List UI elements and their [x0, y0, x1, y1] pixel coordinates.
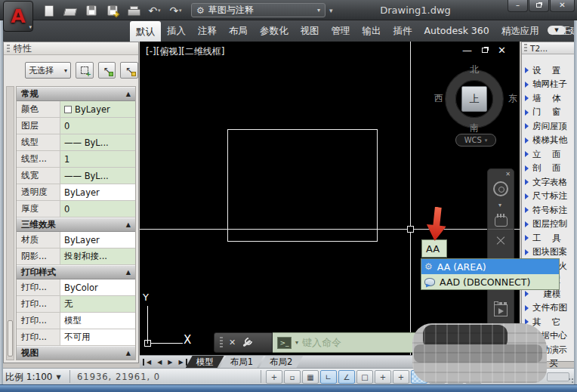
drag-grip-icon[interactable]: [220, 337, 223, 348]
section-plot-style[interactable]: 打印样式 ▲: [17, 265, 135, 279]
property-value[interactable]: ByLayer: [60, 101, 135, 117]
section-3d-effects[interactable]: 三维效果 ▲: [17, 218, 135, 232]
ortho-toggle[interactable]: ∟: [320, 370, 337, 384]
tab-manage[interactable]: 管理: [326, 20, 356, 42]
property-value[interactable]: 投射和接...: [60, 248, 135, 264]
doc-minimize-button[interactable]: —: [462, 45, 472, 57]
tab-layout1[interactable]: 布局1: [220, 356, 264, 368]
zoom-extents-icon[interactable]: [494, 239, 508, 252]
compass-south-label[interactable]: 南: [464, 122, 484, 134]
viewcube-top-face[interactable]: 上: [461, 86, 487, 112]
suggestion-aad-dbconnect[interactable]: AAD (DBCONNECT): [421, 274, 559, 289]
redo-button[interactable]: ↷▾: [169, 5, 182, 17]
viewport-controls-label[interactable]: [-][俯视][二维线框]: [146, 45, 224, 58]
minimize-button[interactable]: –: [508, 0, 528, 12]
sidebar-item-text-tables[interactable]: 文字表格: [525, 175, 574, 190]
tab-model[interactable]: 模型: [186, 356, 224, 368]
scale-dropdown[interactable]: 比例 1:100 ▼: [5, 371, 61, 384]
sidebar-item-dimensions[interactable]: 尺寸标注: [525, 190, 574, 204]
quick-select-button[interactable]: [76, 62, 94, 79]
suggestion-aa-area[interactable]: ⚙ AA (AREA): [421, 259, 559, 274]
property-value[interactable]: —— ByL...: [60, 134, 135, 150]
property-value[interactable]: 0: [60, 118, 135, 134]
section-view[interactable]: 视图 ▲: [17, 346, 135, 360]
tab-output[interactable]: 输出: [356, 20, 387, 42]
property-value[interactable]: —— ByL...: [60, 168, 135, 184]
compass-north-label[interactable]: 北: [464, 63, 484, 76]
application-menu-button[interactable]: A ▾: [3, 1, 33, 32]
next-tab-icon[interactable]: ▶: [165, 359, 174, 366]
sidebar-item-walls[interactable]: 墙 体: [525, 91, 574, 106]
property-value[interactable]: ByLayer: [60, 184, 135, 200]
collapse-arrow-icon[interactable]: ▲: [126, 91, 131, 97]
sidebar-item-section[interactable]: 剖 面: [525, 162, 574, 176]
doc-restore-button[interactable]: [482, 45, 488, 57]
sidebar-item-tools[interactable]: 工 具: [525, 231, 574, 245]
save-button[interactable]: [85, 5, 97, 17]
showmotion-icon[interactable]: [494, 304, 508, 316]
select-objects-button[interactable]: ↖: [98, 62, 116, 79]
tab-parametric[interactable]: 参数化: [254, 20, 295, 42]
status-bar-button[interactable]: [547, 372, 569, 381]
plot-button[interactable]: [127, 5, 140, 17]
compass-east-label[interactable]: 东: [503, 92, 520, 105]
new-file-button[interactable]: [42, 5, 55, 17]
toolbar-menu-caret-icon[interactable]: ▾: [329, 7, 333, 14]
dynamic-input-field[interactable]: AA: [421, 239, 447, 258]
tab-plugins[interactable]: 插件: [387, 20, 418, 42]
save-as-button[interactable]: [106, 5, 119, 17]
polar-tracking-toggle[interactable]: ∠: [338, 370, 355, 384]
tab-view[interactable]: 视图: [295, 20, 326, 42]
drawing-viewport[interactable]: [-][俯视][二维线框] — ✕ 北 西 东 南 上 WCS ▾ Y X ✕ …: [140, 42, 520, 355]
open-file-button[interactable]: [63, 5, 76, 17]
sidebar-item-blocks-patterns[interactable]: 图块图案: [525, 245, 574, 260]
chevron-down-icon[interactable]: ▾: [498, 202, 501, 208]
sidebar-item-doors-windows[interactable]: 门 窗: [525, 106, 574, 120]
collapse-arrow-icon[interactable]: ▲: [126, 269, 131, 276]
last-tab-icon[interactable]: ▶: [176, 359, 187, 366]
close-button[interactable]: ✕: [550, 0, 575, 12]
tab-insert[interactable]: 插入: [161, 20, 192, 42]
maximize-button[interactable]: [529, 0, 549, 12]
compass-west-label[interactable]: 西: [429, 92, 449, 105]
grid-display-toggle[interactable]: ▦: [302, 370, 319, 384]
sidebar-item-layer-control[interactable]: 图层控制: [525, 218, 574, 232]
chevron-down-icon[interactable]: ▾: [295, 339, 298, 346]
sidebar-item-settings[interactable]: 设 置: [525, 63, 574, 78]
property-value[interactable]: 模型: [60, 313, 135, 329]
wcs-dropdown[interactable]: WCS ▾: [455, 134, 496, 147]
property-value[interactable]: ByLayer: [60, 232, 135, 248]
sidebar-item-symbol-annotation[interactable]: 符号标注: [525, 203, 574, 218]
dynamic-input-toggle[interactable]: +: [393, 370, 409, 384]
navbar-close-icon[interactable]: ✕: [505, 171, 511, 177]
snap-tracking-toggle[interactable]: +: [375, 370, 391, 384]
sidebar-header[interactable]: T2...: [522, 42, 574, 54]
drawn-rectangle[interactable]: [227, 129, 378, 242]
doc-close-button[interactable]: ✕: [498, 45, 506, 57]
property-value[interactable]: 1: [60, 151, 135, 167]
selection-type-dropdown[interactable]: 无选择 ▾: [25, 62, 71, 79]
object-snap-toggle[interactable]: □: [356, 370, 373, 384]
sidebar-item-file-layout[interactable]: 文件布图: [525, 301, 574, 316]
resize-grip-icon[interactable]: [568, 378, 574, 384]
undo-button[interactable]: ↶▾: [148, 5, 161, 17]
steering-wheel-icon[interactable]: [493, 181, 508, 196]
property-value[interactable]: 0: [60, 201, 135, 217]
sidebar-item-stairs-other[interactable]: 楼梯其他: [525, 134, 574, 148]
collapse-arrow-icon[interactable]: ▲: [126, 221, 131, 228]
first-tab-icon[interactable]: ◀: [143, 359, 153, 366]
sidebar-item-rooms-roofs[interactable]: 房间屋顶: [525, 119, 574, 134]
drag-grip-icon[interactable]: [524, 44, 527, 52]
chevron-down-icon[interactable]: ▾: [179, 8, 182, 14]
tab-layout2[interactable]: 布局2: [259, 356, 303, 368]
snap-marker-toggle[interactable]: +: [266, 370, 282, 384]
tab-featured-apps[interactable]: 精选应用: [495, 20, 545, 42]
chevron-down-icon[interactable]: ▾: [158, 8, 161, 14]
tab-annotate[interactable]: 注释: [192, 20, 223, 42]
tab-layout[interactable]: 布局: [223, 20, 254, 42]
property-value[interactable]: ByColor: [60, 279, 135, 295]
collapse-arrow-icon[interactable]: ▲: [126, 350, 131, 357]
section-general[interactable]: 常规 ▲: [17, 87, 135, 101]
pan-hand-icon[interactable]: [495, 216, 508, 227]
sidebar-item-elevation[interactable]: 立 面: [525, 147, 574, 162]
